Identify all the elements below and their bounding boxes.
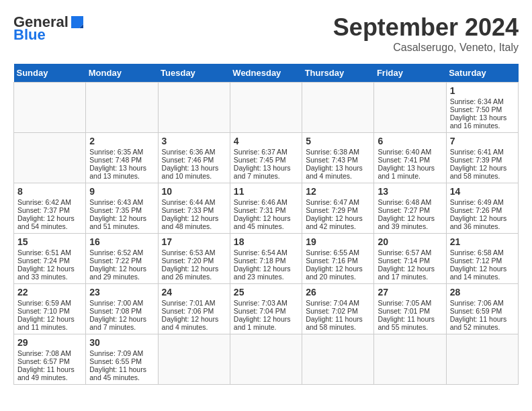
day-number: 16 bbox=[89, 236, 154, 247]
day-number: 29 bbox=[17, 337, 82, 348]
sunset-text: Sunset: 7:29 PM bbox=[306, 206, 358, 214]
day-number: 20 bbox=[378, 236, 442, 247]
calendar-week-2: 8 Sunrise: 6:42 AM Sunset: 7:37 PM Dayli… bbox=[14, 183, 519, 234]
calendar-day-4: 4 Sunrise: 6:37 AM Sunset: 7:45 PM Dayli… bbox=[230, 133, 302, 183]
daylight-text: Daylight: 12 hours and 51 minutes. bbox=[89, 214, 146, 230]
empty-cell bbox=[374, 83, 446, 133]
daylight-text: Daylight: 12 hours and 42 minutes. bbox=[306, 214, 363, 230]
calendar-day-17: 17 Sunrise: 6:53 AM Sunset: 7:20 PM Dayl… bbox=[158, 234, 230, 284]
day-number: 8 bbox=[17, 186, 82, 197]
calendar-day-13: 13 Sunrise: 6:48 AM Sunset: 7:27 PM Dayl… bbox=[374, 183, 446, 234]
col-header-thursday: Thursday bbox=[302, 64, 374, 83]
day-number: 14 bbox=[450, 186, 515, 197]
day-number: 30 bbox=[89, 337, 154, 348]
daylight-text: Daylight: 11 hours and 49 minutes. bbox=[17, 365, 75, 381]
sunset-text: Sunset: 7:14 PM bbox=[378, 257, 430, 265]
calendar-day-24: 24 Sunrise: 7:01 AM Sunset: 7:06 PM Dayl… bbox=[158, 284, 230, 334]
sunrise-text: Sunrise: 6:46 AM bbox=[234, 198, 287, 206]
sunset-text: Sunset: 7:22 PM bbox=[89, 257, 142, 265]
calendar-week-5: 29 Sunrise: 7:08 AM Sunset: 6:57 PM Dayl… bbox=[14, 334, 519, 385]
sunrise-text: Sunrise: 6:44 AM bbox=[162, 198, 216, 206]
header-row: SundayMondayTuesdayWednesdayThursdayFrid… bbox=[14, 64, 519, 83]
calendar-day-16: 16 Sunrise: 6:52 AM Sunset: 7:22 PM Dayl… bbox=[86, 234, 158, 284]
empty-cell bbox=[302, 83, 374, 133]
day-number: 1 bbox=[450, 85, 515, 96]
daylight-text: Daylight: 12 hours and 39 minutes. bbox=[378, 214, 435, 230]
sunset-text: Sunset: 7:24 PM bbox=[17, 257, 70, 265]
sunset-text: Sunset: 7:39 PM bbox=[450, 156, 502, 164]
empty-cell bbox=[230, 83, 302, 133]
sunrise-text: Sunrise: 7:04 AM bbox=[306, 299, 359, 307]
daylight-text: Daylight: 11 hours and 45 minutes. bbox=[89, 365, 146, 381]
sunset-text: Sunset: 6:59 PM bbox=[450, 307, 502, 315]
sunset-text: Sunset: 7:20 PM bbox=[162, 257, 214, 265]
col-header-monday: Monday bbox=[86, 64, 158, 83]
sunrise-text: Sunrise: 7:06 AM bbox=[450, 299, 504, 307]
calendar-day-1: 1 Sunrise: 6:34 AM Sunset: 7:50 PM Dayli… bbox=[446, 83, 518, 133]
calendar-day-6: 6 Sunrise: 6:40 AM Sunset: 7:41 PM Dayli… bbox=[374, 133, 446, 183]
calendar-day-12: 12 Sunrise: 6:47 AM Sunset: 7:29 PM Dayl… bbox=[302, 183, 374, 234]
day-number: 18 bbox=[234, 236, 298, 247]
col-header-sunday: Sunday bbox=[14, 64, 86, 83]
day-number: 24 bbox=[162, 287, 226, 298]
calendar-day-9: 9 Sunrise: 6:43 AM Sunset: 7:35 PM Dayli… bbox=[86, 183, 158, 234]
sunrise-text: Sunrise: 7:00 AM bbox=[89, 299, 143, 307]
empty-cell bbox=[302, 334, 374, 385]
sunrise-text: Sunrise: 6:48 AM bbox=[378, 198, 431, 206]
calendar-day-27: 27 Sunrise: 7:05 AM Sunset: 7:01 PM Dayl… bbox=[374, 284, 446, 334]
sunrise-text: Sunrise: 6:57 AM bbox=[378, 248, 431, 257]
calendar-week-0: 1 Sunrise: 6:34 AM Sunset: 7:50 PM Dayli… bbox=[14, 83, 519, 133]
logo-icon bbox=[70, 15, 85, 30]
sunset-text: Sunset: 7:10 PM bbox=[17, 307, 70, 315]
day-number: 9 bbox=[89, 186, 154, 197]
sunset-text: Sunset: 7:48 PM bbox=[89, 156, 142, 164]
sunset-text: Sunset: 7:06 PM bbox=[162, 307, 214, 315]
sunset-text: Sunset: 7:18 PM bbox=[234, 257, 286, 265]
sunset-text: Sunset: 7:04 PM bbox=[234, 307, 286, 315]
day-number: 15 bbox=[17, 236, 82, 247]
sunrise-text: Sunrise: 6:41 AM bbox=[450, 148, 504, 156]
day-number: 7 bbox=[450, 136, 515, 146]
col-header-saturday: Saturday bbox=[446, 64, 518, 83]
daylight-text: Daylight: 12 hours and 58 minutes. bbox=[450, 164, 507, 180]
col-header-friday: Friday bbox=[374, 64, 446, 83]
day-number: 23 bbox=[89, 287, 154, 298]
daylight-text: Daylight: 13 hours and 1 minute. bbox=[378, 164, 435, 180]
day-number: 19 bbox=[306, 236, 370, 247]
sunset-text: Sunset: 7:26 PM bbox=[450, 206, 502, 214]
calendar-day-29: 29 Sunrise: 7:08 AM Sunset: 6:57 PM Dayl… bbox=[14, 334, 86, 385]
day-number: 21 bbox=[450, 236, 515, 247]
calendar-day-7: 7 Sunrise: 6:41 AM Sunset: 7:39 PM Dayli… bbox=[446, 133, 518, 183]
daylight-text: Daylight: 13 hours and 4 minutes. bbox=[306, 164, 363, 180]
calendar-day-30: 30 Sunrise: 7:09 AM Sunset: 6:55 PM Dayl… bbox=[86, 334, 158, 385]
title-area: September 2024 Casalserugo, Veneto, Ital… bbox=[333, 13, 519, 54]
day-number: 10 bbox=[162, 186, 226, 197]
location: Casalserugo, Veneto, Italy bbox=[333, 42, 519, 54]
calendar-day-14: 14 Sunrise: 6:49 AM Sunset: 7:26 PM Dayl… bbox=[446, 183, 518, 234]
sunset-text: Sunset: 7:45 PM bbox=[234, 156, 286, 164]
sunrise-text: Sunrise: 6:53 AM bbox=[162, 248, 216, 257]
calendar-day-3: 3 Sunrise: 6:36 AM Sunset: 7:46 PM Dayli… bbox=[158, 133, 230, 183]
col-header-wednesday: Wednesday bbox=[230, 64, 302, 83]
sunset-text: Sunset: 7:33 PM bbox=[162, 206, 214, 214]
sunrise-text: Sunrise: 6:35 AM bbox=[89, 148, 143, 156]
sunset-text: Sunset: 7:50 PM bbox=[450, 105, 502, 113]
sunrise-text: Sunrise: 6:58 AM bbox=[450, 248, 504, 257]
calendar-day-10: 10 Sunrise: 6:44 AM Sunset: 7:33 PM Dayl… bbox=[158, 183, 230, 234]
sunset-text: Sunset: 7:27 PM bbox=[378, 206, 430, 214]
daylight-text: Daylight: 13 hours and 7 minutes. bbox=[234, 164, 291, 180]
logo-blue: Blue bbox=[13, 28, 46, 42]
empty-cell bbox=[14, 133, 86, 183]
calendar-week-4: 22 Sunrise: 6:59 AM Sunset: 7:10 PM Dayl… bbox=[14, 284, 519, 334]
sunrise-text: Sunrise: 6:55 AM bbox=[306, 248, 359, 257]
calendar-day-11: 11 Sunrise: 6:46 AM Sunset: 7:31 PM Dayl… bbox=[230, 183, 302, 234]
daylight-text: Daylight: 11 hours and 58 minutes. bbox=[306, 315, 363, 331]
day-number: 13 bbox=[378, 186, 442, 197]
calendar-week-1: 2 Sunrise: 6:35 AM Sunset: 7:48 PM Dayli… bbox=[14, 133, 519, 183]
daylight-text: Daylight: 12 hours and 33 minutes. bbox=[17, 265, 75, 281]
day-number: 5 bbox=[306, 136, 370, 146]
calendar-day-18: 18 Sunrise: 6:54 AM Sunset: 7:18 PM Dayl… bbox=[230, 234, 302, 284]
daylight-text: Daylight: 12 hours and 23 minutes. bbox=[234, 265, 291, 281]
day-number: 3 bbox=[162, 136, 226, 146]
calendar-day-20: 20 Sunrise: 6:57 AM Sunset: 7:14 PM Dayl… bbox=[374, 234, 446, 284]
